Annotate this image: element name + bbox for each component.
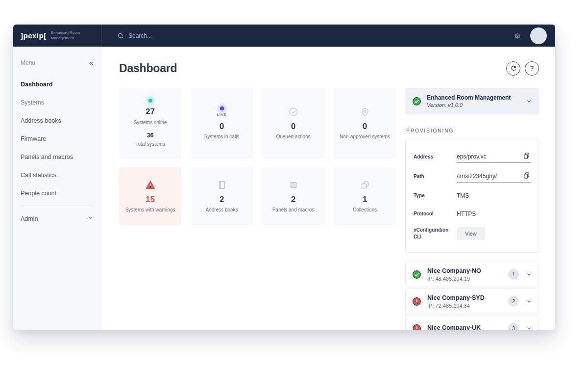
live-status-dot-icon	[220, 106, 224, 110]
collapse-sidebar-icon[interactable]: «	[89, 58, 93, 67]
menu-label: Menu	[21, 59, 35, 66]
type-label: Type	[414, 192, 457, 199]
version-card-title: Enhanced Room Management	[427, 94, 520, 101]
warnings-value: 15	[146, 195, 155, 205]
provisioning-row-type: Type TMS	[414, 186, 531, 205]
status-error-icon	[412, 324, 421, 330]
collections-icon	[360, 180, 370, 190]
provisioning-row-protocol: Protocol HTTPS	[414, 205, 531, 223]
path-value[interactable]: /tms/22345ghy/	[457, 173, 497, 180]
stat-card-queued-actions: 0 Queued actions	[262, 88, 324, 158]
systems-online-label: Systems online	[134, 119, 167, 126]
collections-value: 1	[363, 195, 367, 205]
main-content: Dashboard ?	[102, 47, 555, 330]
provisioning-row-path: Path /tms/22345ghy/	[414, 167, 531, 186]
provisioning-row-address: Address eps/prov.vc	[414, 147, 531, 167]
stat-card-systems-online: 27 Systems online 36 Total systems	[119, 88, 181, 158]
sidebar-item-firmware[interactable]: Firmware	[21, 130, 93, 148]
count-badge: 2	[508, 296, 519, 307]
stat-card-collections: 1 Collections	[334, 167, 396, 225]
warning-triangle-icon	[145, 180, 156, 190]
systems-in-calls-label: Systems in calls	[204, 133, 240, 140]
company-ip: IP: 48.485.204.19	[427, 276, 502, 282]
view-button[interactable]: View	[457, 227, 485, 240]
help-button[interactable]: ?	[525, 61, 539, 76]
user-avatar[interactable]	[530, 27, 547, 44]
topbar: ]pexip[ Enhanced Room Management Search.…	[13, 25, 555, 47]
company-name: Nice Company-UK	[427, 324, 502, 330]
protocol-label: Protocol	[414, 210, 457, 217]
queued-actions-value: 0	[291, 122, 295, 131]
type-value: TMS	[457, 192, 469, 199]
xconfiguration-cli-label: xConfiguration CLI	[414, 227, 457, 240]
app-window: ]pexip[ Enhanced Room Management Search.…	[13, 25, 555, 330]
company-name: Nice Company-SYD	[427, 294, 502, 301]
sidebar-divider	[21, 206, 93, 206]
company-row-nice-company-no[interactable]: Nice Company-NO IP: 48.485.204.19 1	[405, 262, 539, 287]
stat-card-systems-in-calls: LIVE 0 Systems in calls	[191, 88, 253, 158]
pexip-logo: ]pexip[	[21, 31, 47, 40]
protocol-value: HTTPS	[457, 210, 476, 217]
sidebar-item-dashboard[interactable]: Dashboard	[21, 75, 93, 93]
version-value: Version: v1.0.0	[427, 102, 520, 108]
refresh-button[interactable]	[506, 61, 520, 76]
stat-cards-grid: 27 Systems online 36 Total systems LIVE …	[119, 88, 396, 330]
provisioning-row-xconfiguration: xConfiguration CLI View	[414, 223, 531, 244]
brand: ]pexip[ Enhanced Room Management	[13, 25, 102, 47]
panels-macros-value: 2	[291, 195, 295, 205]
status-error-icon	[412, 297, 421, 306]
product-name: Enhanced Room Management	[51, 30, 96, 41]
company-row-nice-company-uk[interactable]: Nice Company-UK 3	[405, 315, 539, 330]
systems-in-calls-value: 0	[220, 122, 224, 131]
address-books-label: Address books	[205, 207, 238, 213]
refresh-icon	[510, 65, 517, 72]
company-ip: IP: 72.485.104.34	[427, 303, 502, 309]
company-row-nice-company-syd[interactable]: Nice Company-SYD IP: 72.485.104.34 2	[405, 289, 539, 314]
address-value[interactable]: eps/prov.vc	[457, 153, 486, 160]
total-systems-value: 36	[147, 132, 154, 139]
sidebar-header: Menu «	[21, 58, 93, 67]
version-card[interactable]: Enhanced Room Management Version: v1.0.0	[405, 88, 539, 114]
chevron-down-icon[interactable]	[526, 271, 532, 278]
chevron-down-icon[interactable]	[526, 298, 532, 305]
sidebar-item-admin[interactable]: Admin	[21, 210, 93, 228]
search-icon	[117, 32, 124, 39]
admin-label: Admin	[21, 215, 38, 222]
address-books-value: 2	[220, 195, 224, 205]
non-approved-label: Non-approved systems	[340, 133, 390, 140]
sidebar-item-call-statistics[interactable]: Call statistics	[21, 166, 93, 184]
count-badge: 1	[508, 269, 519, 280]
chevron-down-icon[interactable]	[526, 98, 532, 105]
non-approved-value: 0	[363, 122, 367, 131]
company-name: Nice Company-NO	[427, 267, 502, 274]
systems-online-value: 27	[146, 107, 155, 117]
sidebar-item-panels-and-macros[interactable]: Panels and macros	[21, 148, 93, 166]
search-bar[interactable]: Search...	[117, 32, 152, 39]
warnings-label: Systems with warnings	[125, 207, 175, 213]
topbar-actions	[514, 27, 555, 44]
chevron-down-icon	[87, 215, 93, 222]
sidebar-nav: Dashboard Systems Address books Firmware…	[21, 75, 93, 202]
chevron-down-icon[interactable]	[526, 325, 532, 330]
address-label: Address	[414, 154, 457, 160]
panel-icon	[288, 180, 299, 190]
sidebar-item-address-books[interactable]: Address books	[21, 111, 93, 130]
copy-icon[interactable]	[522, 171, 531, 180]
copy-icon[interactable]	[522, 152, 531, 160]
right-panel: Enhanced Room Management Version: v1.0.0…	[405, 88, 539, 330]
companies-list: Nice Company-NO IP: 48.485.204.19 1	[405, 262, 539, 330]
sidebar-item-people-count[interactable]: People count	[21, 184, 93, 202]
location-pin-icon	[360, 106, 370, 117]
stat-card-non-approved: 0 Non-approved systems	[334, 88, 396, 158]
page-title: Dashboard	[119, 62, 177, 75]
online-status-dot-icon	[148, 99, 152, 103]
stat-card-systems-with-warnings: 15 Systems with warnings	[119, 167, 181, 225]
gear-icon[interactable]	[514, 32, 521, 40]
sidebar-item-systems[interactable]: Systems	[21, 93, 93, 111]
panels-macros-label: Panels and macros	[272, 207, 315, 213]
total-systems-label: Total systems	[135, 141, 165, 148]
live-label: LIVE	[217, 112, 226, 117]
collections-label: Collections	[353, 207, 377, 213]
search-placeholder: Search...	[128, 32, 152, 39]
help-icon: ?	[530, 64, 534, 72]
